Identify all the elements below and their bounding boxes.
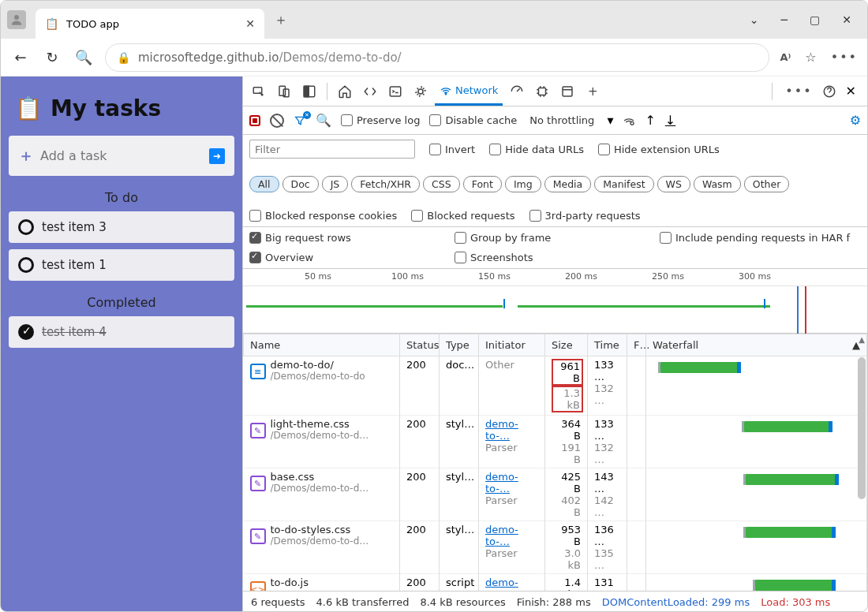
inspect-icon[interactable] — [248, 80, 270, 103]
timeline-overview[interactable]: 50 ms 100 ms 150 ms 200 ms 250 ms 300 ms — [243, 269, 867, 334]
back-button[interactable]: ← — [10, 47, 31, 68]
task-label: test item 1 — [42, 258, 107, 272]
add-task-input[interactable] — [40, 148, 203, 163]
col-time[interactable]: Time — [588, 334, 627, 356]
more-tools-icon[interactable]: ••• — [785, 84, 812, 99]
close-window-button[interactable]: ✕ — [842, 13, 851, 26]
pill-all[interactable]: All — [249, 176, 279, 192]
col-size[interactable]: Size — [545, 334, 588, 356]
performance-tab-icon[interactable] — [506, 80, 528, 103]
col-status[interactable]: Status — [400, 334, 440, 356]
clipboard-icon: 📋 — [15, 95, 43, 121]
import-icon[interactable]: ↑ — [645, 113, 655, 128]
third-party-checkbox[interactable]: 3rd-party requests — [529, 210, 641, 222]
pill-media[interactable]: Media — [544, 176, 592, 192]
record-button[interactable] — [249, 115, 260, 126]
col-initiator[interactable]: Initiator — [479, 334, 545, 356]
address-bar[interactable]: 🔒 microsoftedge.github.io/Demos/demo-to-… — [105, 43, 769, 72]
checkbox-checked-icon[interactable] — [18, 324, 34, 340]
throttling-caret-icon[interactable]: ▾ — [607, 113, 613, 128]
console-tab-icon[interactable] — [384, 80, 406, 103]
scrollbar[interactable] — [858, 357, 866, 499]
export-icon[interactable]: ↓ — [665, 113, 675, 128]
pill-other[interactable]: Other — [744, 176, 790, 192]
close-devtools-icon[interactable]: ✕ — [846, 84, 856, 99]
request-row[interactable]: ✎to-do-styles.css/Demos/demo-to-d… 200 s… — [244, 521, 867, 574]
pill-doc[interactable]: Doc — [282, 176, 319, 192]
search-button[interactable]: 🔍 — [73, 47, 94, 68]
disable-cache-checkbox[interactable]: Disable cache — [429, 114, 517, 126]
pill-fetch[interactable]: Fetch/XHR — [351, 176, 420, 192]
help-icon[interactable] — [822, 84, 836, 99]
request-row[interactable]: ≡demo-to-do//Demos/demo-to-do 200 doc… O… — [244, 356, 867, 416]
pill-js[interactable]: JS — [322, 176, 349, 192]
sources-tab-icon[interactable] — [410, 80, 432, 103]
blocked-cookies-checkbox[interactable]: Blocked response cookies — [249, 210, 397, 222]
col-name[interactable]: Name — [244, 334, 400, 356]
pill-ws[interactable]: WS — [657, 176, 690, 192]
favorite-icon[interactable]: ☆ — [805, 50, 816, 65]
group-frame-checkbox[interactable]: Group by frame — [455, 232, 660, 244]
big-rows-checkbox[interactable]: Big request rows — [249, 232, 455, 244]
col-type[interactable]: Type — [440, 334, 479, 356]
table-header-row: Name Status Type Initiator Size Time F… … — [244, 334, 867, 356]
col-f[interactable]: F… — [627, 334, 646, 356]
task-item-completed[interactable]: test item 4 — [9, 316, 234, 348]
clear-button[interactable] — [270, 114, 284, 128]
hide-data-urls-checkbox[interactable]: Hide data URLs — [489, 144, 584, 155]
more-tabs-icon[interactable]: + — [582, 80, 604, 103]
task-item[interactable]: test item 1 — [9, 249, 234, 281]
close-tab-icon[interactable]: ✕ — [245, 17, 255, 30]
filter-input[interactable] — [249, 140, 415, 159]
pill-manifest[interactable]: Manifest — [594, 176, 653, 192]
pill-wasm[interactable]: Wasm — [694, 176, 741, 192]
settings-icon[interactable]: ⚙ — [850, 113, 861, 128]
more-menu-button[interactable]: ••• — [831, 50, 858, 65]
read-aloud-icon[interactable]: A⁾ — [780, 51, 791, 63]
checkbox-icon[interactable] — [18, 219, 34, 235]
chevron-down-icon[interactable]: ⌄ — [750, 13, 759, 26]
preserve-log-checkbox[interactable]: Preserve log — [341, 114, 420, 126]
checkbox-icon[interactable] — [18, 257, 34, 273]
add-task-field[interactable]: ＋ ➜ — [9, 136, 234, 176]
throttling-select[interactable]: No throttling — [526, 111, 597, 129]
search-icon[interactable]: 🔍 — [316, 113, 331, 128]
overview-checkbox[interactable]: Overview — [249, 252, 455, 263]
svg-rect-2 — [279, 86, 286, 95]
refresh-button[interactable]: ↻ — [42, 47, 62, 68]
network-tab[interactable]: Network — [435, 77, 503, 106]
memory-tab-icon[interactable] — [531, 80, 553, 103]
new-tab-button[interactable]: ＋ — [274, 10, 288, 29]
network-conditions-icon[interactable] — [623, 114, 635, 127]
pill-img[interactable]: Img — [505, 176, 541, 192]
application-tab-icon[interactable] — [556, 80, 578, 103]
pill-css[interactable]: CSS — [423, 176, 460, 192]
request-row[interactable]: ✎base.css/Demos/demo-to-d… 200 styl… dem… — [244, 468, 867, 521]
pill-font[interactable]: Font — [463, 176, 502, 192]
maximize-button[interactable]: ▢ — [810, 13, 820, 26]
filter-bar: Invert Hide data URLs Hide extension URL… — [243, 135, 867, 227]
profile-avatar[interactable] — [7, 10, 26, 29]
elements-tab-icon[interactable] — [359, 80, 381, 103]
submit-arrow-icon[interactable]: ➜ — [209, 148, 225, 164]
blocked-requests-checkbox[interactable]: Blocked requests — [411, 210, 514, 222]
hide-extension-urls-checkbox[interactable]: Hide extension URLs — [598, 144, 720, 155]
invert-checkbox[interactable]: Invert — [429, 144, 475, 155]
request-row[interactable]: <>to-do.js 200 script demo-to-… 1.4 kB 1… — [244, 574, 867, 591]
dock-icon[interactable] — [298, 80, 320, 103]
browser-tab[interactable]: 📋 TODO app ✕ — [36, 9, 264, 39]
svg-rect-5 — [304, 86, 309, 97]
request-row[interactable]: ✎light-theme.css/Demos/demo-to-d… 200 st… — [244, 416, 867, 468]
device-icon[interactable] — [273, 80, 295, 103]
include-har-checkbox[interactable]: Include pending requests in HAR f — [660, 232, 861, 244]
svg-rect-10 — [563, 87, 572, 96]
task-item[interactable]: test item 3 — [9, 211, 234, 243]
col-waterfall[interactable]: Waterfall ▲ — [646, 334, 867, 356]
scroll-up-icon[interactable]: ▲ — [858, 335, 866, 346]
welcome-tab-icon[interactable] — [334, 80, 356, 103]
screenshots-checkbox[interactable]: Screenshots — [455, 252, 660, 263]
script-icon: <> — [250, 581, 266, 591]
svg-point-0 — [14, 15, 19, 20]
minimize-button[interactable]: ─ — [781, 13, 788, 26]
filter-toggle-icon[interactable]: ✕ — [294, 114, 306, 127]
